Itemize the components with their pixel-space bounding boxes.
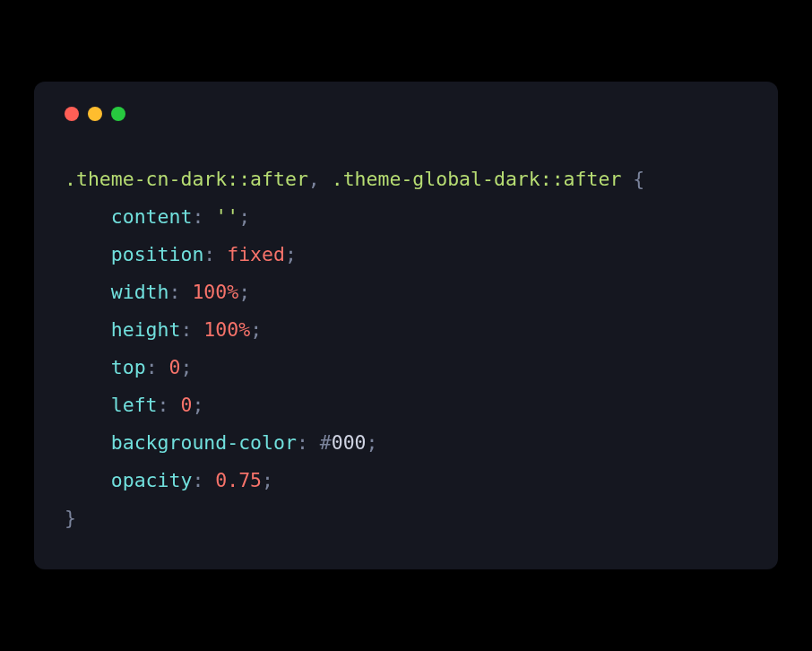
css-semicolon: ; — [285, 243, 297, 265]
css-comma: , — [308, 168, 332, 190]
code-line: background-color: #000; — [65, 424, 747, 462]
code-line: .theme-cn-dark::after, .theme-global-dar… — [65, 161, 747, 198]
minimize-icon[interactable] — [88, 107, 102, 121]
css-close-brace: } — [65, 507, 76, 529]
code-line: left: 0; — [65, 386, 747, 424]
css-property: opacity — [111, 469, 193, 491]
css-property: width — [111, 281, 169, 303]
css-value-keyword: fixed — [227, 243, 285, 265]
css-colon: : — [192, 469, 215, 491]
css-value-unit: % — [238, 318, 250, 341]
css-value-number: 100 — [203, 318, 238, 341]
css-value-number: 100 — [192, 281, 227, 303]
css-semicolon: ; — [192, 394, 203, 416]
css-value-string: '' — [215, 205, 238, 228]
css-value-number: 0 — [169, 356, 181, 378]
close-icon[interactable] — [65, 107, 79, 121]
css-value-number: 0 — [180, 394, 192, 416]
css-colon: : — [297, 431, 320, 454]
css-property: background-color — [111, 431, 297, 454]
css-property: position — [111, 243, 204, 265]
css-selector: .theme-global-dark::after — [332, 168, 622, 190]
css-value-number: 0.75 — [215, 469, 262, 491]
css-value-unit: % — [227, 281, 238, 303]
css-property: left — [111, 394, 158, 416]
code-block: .theme-cn-dark::after, .theme-global-dar… — [65, 161, 747, 536]
css-semicolon: ; — [238, 281, 250, 303]
code-line: position: fixed; — [65, 236, 747, 273]
css-semicolon: ; — [238, 205, 250, 228]
css-property: top — [111, 356, 146, 378]
css-colon: : — [169, 281, 193, 303]
code-line: height: 100%; — [65, 311, 747, 349]
code-line: content: ''; — [65, 198, 747, 236]
css-property: height — [111, 318, 181, 341]
css-semicolon: ; — [367, 431, 378, 454]
css-value-hex: 000 — [332, 431, 367, 454]
css-semicolon: ; — [250, 318, 262, 341]
css-colon: : — [203, 243, 227, 265]
css-selector: .theme-cn-dark::after — [65, 168, 308, 190]
css-colon: : — [180, 318, 203, 341]
maximize-icon[interactable] — [111, 107, 125, 121]
css-hash: # — [320, 431, 332, 454]
css-property: content — [111, 205, 193, 228]
code-line: width: 100%; — [65, 273, 747, 311]
code-line: } — [65, 499, 747, 537]
css-open-brace: { — [621, 168, 644, 190]
css-semicolon: ; — [180, 356, 192, 378]
code-line: opacity: 0.75; — [65, 462, 747, 499]
css-colon: : — [146, 356, 169, 378]
css-colon: : — [192, 205, 215, 228]
code-line: top: 0; — [65, 349, 747, 386]
css-semicolon: ; — [262, 469, 273, 491]
css-colon: : — [158, 394, 181, 416]
window-traffic-lights — [65, 107, 747, 121]
code-window: .theme-cn-dark::after, .theme-global-dar… — [34, 82, 778, 569]
